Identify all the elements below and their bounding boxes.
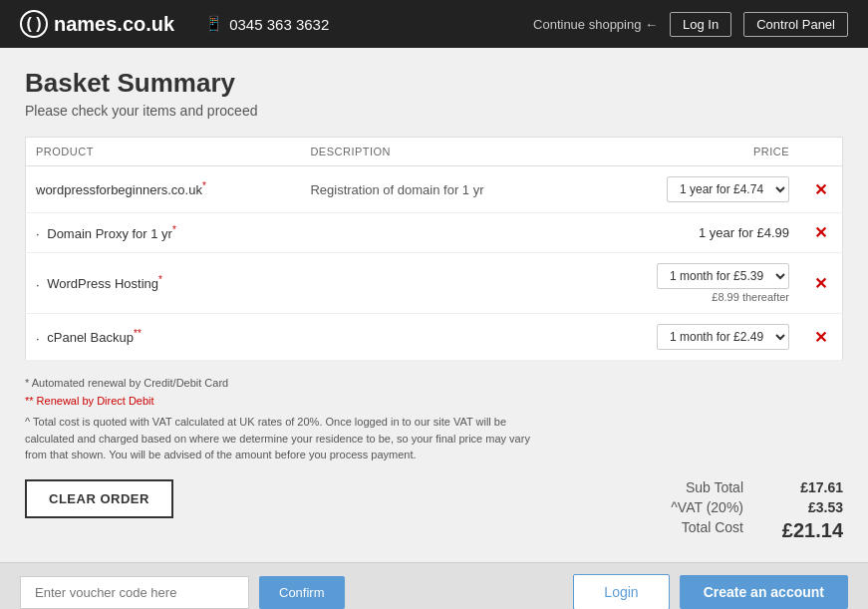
product-description-1: Registration of domain for 1 yr <box>300 166 579 213</box>
logo-bracket: ( ) <box>20 10 48 38</box>
page-subtitle: Please check your items and proceed <box>25 103 843 119</box>
control-panel-button[interactable]: Control Panel <box>743 12 848 37</box>
col-header-description: DESCRIPTION <box>300 138 579 166</box>
main-content: Basket Summary Please check your items a… <box>0 48 868 562</box>
subtotal-row: Sub Total £17.61 <box>671 479 843 495</box>
price-select-4[interactable]: 1 month for £2.49 <box>657 324 789 350</box>
product-price-3: 1 month for £5.39 £8.99 thereafter <box>579 253 799 314</box>
phone-icon: 📱 <box>204 15 223 33</box>
footer-bar: Confirm Login Create an account <box>0 562 868 609</box>
table-row: · WordPress Hosting* 1 month for £5.39 £… <box>26 253 843 314</box>
vat-label: ^VAT (20%) <box>671 499 743 515</box>
notes-section: * Automated renewal by Credit/Debit Card… <box>25 375 843 463</box>
total-row: Total Cost £21.14 <box>671 519 843 542</box>
remove-cell-3: ✕ <box>799 253 843 314</box>
remove-cell-4: ✕ <box>799 314 843 361</box>
product-price-1: 1 year for £4.74 <box>579 166 799 213</box>
remove-cell-2: ✕ <box>799 213 843 253</box>
subtotal-label: Sub Total <box>686 479 743 495</box>
totals-section: Sub Total £17.61 ^VAT (20%) £3.53 Total … <box>671 479 843 542</box>
table-row: · Domain Proxy for 1 yr* 1 year for £4.9… <box>26 213 843 253</box>
product-name-3: · WordPress Hosting* <box>26 253 301 314</box>
note-line-2: ** Renewal by Direct Debit <box>25 393 843 411</box>
product-name-1: wordpressforbeginners.co.uk* <box>26 166 301 213</box>
note-line-3: ^ Total cost is quoted with VAT calculat… <box>25 414 543 463</box>
table-row: · cPanel Backup** 1 month for £2.49 ✕ <box>26 314 843 361</box>
col-header-product: PRODUCT <box>26 138 301 166</box>
col-header-price: PRICE <box>579 138 799 166</box>
clear-order-button[interactable]: CLEAR ORDER <box>25 479 173 518</box>
price-select-1[interactable]: 1 year for £4.74 <box>667 176 789 202</box>
vat-row: ^VAT (20%) £3.53 <box>671 499 843 515</box>
create-account-button[interactable]: Create an account <box>680 575 848 609</box>
logo-text: names.co.uk <box>54 13 174 36</box>
price-select-3[interactable]: 1 month for £5.39 <box>657 263 789 289</box>
product-price-2: 1 year for £4.99 <box>579 213 799 253</box>
product-name-2: · Domain Proxy for 1 yr* <box>26 213 301 253</box>
basket-table: PRODUCT DESCRIPTION PRICE wordpressforbe… <box>25 137 843 361</box>
phone-info: 📱 0345 363 3632 <box>204 15 329 33</box>
product-price-4: 1 month for £2.49 <box>579 314 799 361</box>
header: ( ) names.co.uk 📱 0345 363 3632 Continue… <box>0 0 868 48</box>
header-right: Continue shopping ← Log In Control Panel <box>533 12 848 37</box>
page-title: Basket Summary <box>25 68 843 99</box>
vat-amount: £3.53 <box>773 499 843 515</box>
action-row: CLEAR ORDER Sub Total £17.61 ^VAT (20%) … <box>25 479 843 542</box>
product-name-4: · cPanel Backup** <box>26 314 301 361</box>
total-amount: £21.14 <box>773 519 843 542</box>
remove-cell-1: ✕ <box>799 166 843 213</box>
phone-number: 0345 363 3632 <box>229 16 329 33</box>
login-header-button[interactable]: Log In <box>670 12 731 37</box>
continue-shopping-link[interactable]: Continue shopping ← <box>533 17 658 32</box>
remove-button-3[interactable]: ✕ <box>809 274 832 293</box>
footer-right: Login Create an account <box>573 574 848 609</box>
login-button[interactable]: Login <box>573 574 669 609</box>
subtotal-amount: £17.61 <box>773 479 843 495</box>
table-row: wordpressforbeginners.co.uk* Registratio… <box>26 166 843 213</box>
voucher-input[interactable] <box>20 576 249 609</box>
remove-button-4[interactable]: ✕ <box>809 328 832 347</box>
remove-button-2[interactable]: ✕ <box>809 223 832 242</box>
note-line-1: * Automated renewal by Credit/Debit Card <box>25 375 843 393</box>
confirm-button[interactable]: Confirm <box>259 576 345 609</box>
logo: ( ) names.co.uk <box>20 10 174 38</box>
remove-button-1[interactable]: ✕ <box>809 180 832 199</box>
total-label: Total Cost <box>682 519 743 542</box>
